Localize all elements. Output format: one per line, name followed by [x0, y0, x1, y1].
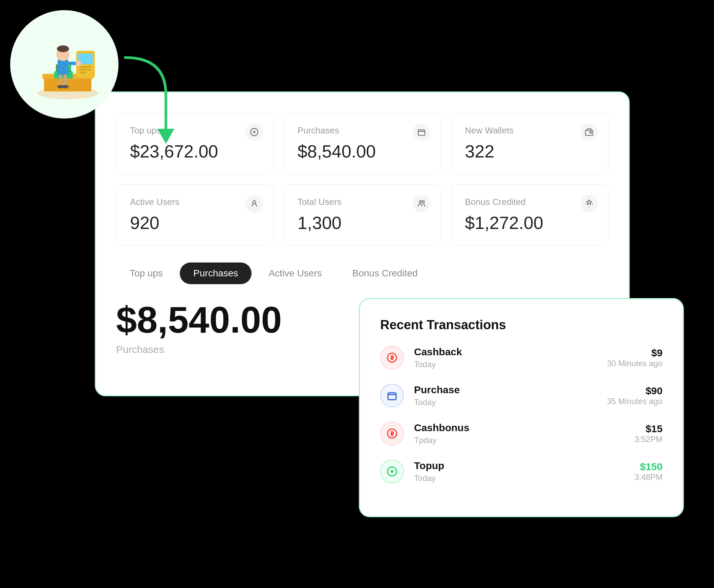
transactions-card: Recent Transactions Cashback Today $9 30…	[359, 298, 684, 517]
purchase-info: Purchase Today	[414, 384, 607, 407]
cashback-right: $9 30 Minutes ago	[607, 347, 663, 368]
purchase-icon	[380, 384, 404, 407]
purchases-icon	[413, 123, 430, 141]
tab-bonus-credited[interactable]: Bonus Credited	[339, 262, 431, 284]
cashback-info: Cashback Today	[414, 346, 607, 369]
total-users-icon	[413, 195, 430, 212]
svg-rect-14	[59, 75, 62, 86]
topup-name: Topup	[414, 460, 634, 471]
purchase-right: $90 35 Minutes ago	[607, 385, 663, 406]
stat-card-purchases: Purchases $8,540.00	[284, 113, 441, 174]
stat-card-bonus: Bonus Credited $1,272.00	[451, 184, 608, 246]
cashback-date: Today	[414, 360, 607, 369]
topup-info: Topup Today	[414, 460, 634, 483]
transaction-item-purchase: Purchase Today $90 35 Minutes ago	[380, 384, 663, 407]
cashbonus-icon	[380, 422, 404, 445]
svg-point-30	[422, 201, 425, 203]
stat-value-bonus: $1,272.00	[465, 213, 594, 233]
stat-label-active-users: Active Users	[130, 197, 260, 207]
topups-icon	[245, 123, 263, 141]
svg-rect-15	[64, 75, 67, 86]
purchase-amount: $90	[607, 385, 663, 397]
tab-purchases[interactable]: Purchases	[180, 262, 252, 284]
topup-right: $150 3:48PM	[634, 461, 663, 482]
svg-rect-7	[80, 72, 86, 73]
svg-rect-26	[418, 130, 425, 135]
illustration-circle	[10, 10, 118, 119]
topup-date: Today	[414, 474, 634, 483]
stat-card-new-wallets: New Wallets 322	[451, 113, 608, 174]
purchase-time: 35 Minutes ago	[607, 397, 663, 406]
cashback-icon	[380, 346, 404, 370]
cashback-name: Cashback	[414, 346, 607, 358]
transactions-title: Recent Transactions	[380, 318, 663, 332]
svg-point-29	[419, 201, 422, 203]
cashbonus-amount: $15	[634, 423, 663, 435]
transaction-item-cashback: Cashback Today $9 30 Minutes ago	[380, 346, 663, 370]
svg-point-28	[253, 201, 256, 204]
cashbonus-time: 3:52PM	[634, 435, 663, 444]
stat-label-total-users: Total Users	[298, 197, 427, 207]
purchase-name: Purchase	[414, 384, 607, 396]
cashbonus-name: Cashbonus	[414, 422, 634, 434]
transaction-item-cashbonus: Cashbonus Tpday $15 3:52PM	[380, 422, 663, 445]
topup-time: 3:48PM	[634, 472, 663, 482]
purchase-date: Today	[414, 398, 607, 407]
stat-value-new-wallets: 322	[465, 141, 594, 162]
svg-marker-22	[157, 129, 174, 144]
stat-label-bonus: Bonus Credited	[465, 197, 594, 207]
tab-active-users[interactable]: Active Users	[255, 262, 335, 284]
svg-point-19	[57, 45, 69, 52]
svg-rect-13	[58, 59, 68, 76]
svg-point-17	[62, 85, 69, 88]
tab-topups[interactable]: Top ups	[116, 262, 176, 284]
transaction-item-topup: Topup Today $150 3:48PM	[380, 460, 663, 483]
stat-card-active-users: Active Users 920	[116, 184, 274, 246]
stats-grid: Top ups $23,672.00 Purchases $8,540.00	[116, 113, 608, 246]
cashbonus-date: Tpday	[414, 436, 634, 445]
stat-label-new-wallets: New Wallets	[465, 125, 594, 136]
svg-point-21	[76, 61, 81, 66]
active-users-icon	[245, 195, 263, 212]
stat-value-active-users: 920	[130, 213, 260, 233]
bonus-icon	[580, 195, 598, 212]
stat-value-purchases: $8,540.00	[298, 141, 427, 162]
cashbonus-right: $15 3:52PM	[634, 423, 663, 444]
topup-icon	[380, 460, 404, 483]
stat-card-total-users: Total Users 1,300	[284, 184, 441, 246]
topup-amount: $150	[634, 461, 663, 472]
cashback-time: 30 Minutes ago	[607, 359, 663, 368]
cashback-amount: $9	[607, 347, 663, 359]
tabs-row: Top ups Purchases Active Users Bonus Cre…	[116, 262, 608, 284]
grocery-illustration	[24, 24, 105, 105]
svg-rect-6	[80, 69, 91, 70]
svg-rect-27	[585, 130, 593, 135]
svg-rect-32	[388, 393, 396, 400]
svg-rect-5	[80, 66, 91, 68]
cashbonus-info: Cashbonus Tpday	[414, 422, 634, 445]
stat-label-purchases: Purchases	[298, 125, 427, 136]
stat-value-total-users: 1,300	[298, 213, 427, 233]
wallets-icon	[580, 123, 598, 141]
